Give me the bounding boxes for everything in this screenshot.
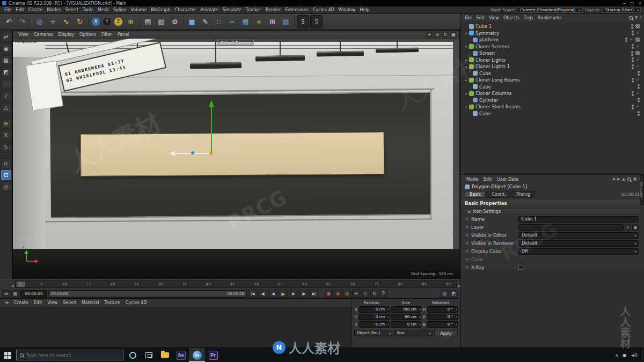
anim-dot-icon[interactable] bbox=[466, 266, 469, 269]
z-axis-lock-button[interactable]: Z bbox=[114, 17, 123, 26]
y-axis-lock-button[interactable]: Y bbox=[103, 17, 112, 26]
gizmo-y-axis[interactable] bbox=[211, 107, 212, 154]
record-position-toggle[interactable]: + bbox=[352, 290, 360, 298]
ceiling-light[interactable] bbox=[255, 55, 305, 62]
menu-modes[interactable]: Modes bbox=[45, 8, 63, 12]
texture-tag-icon[interactable] bbox=[635, 51, 640, 55]
icon-settings-fold[interactable]: ▸ Icon Settings bbox=[464, 208, 641, 215]
live-selection-icon[interactable]: ◎ bbox=[33, 15, 46, 28]
am-menu-mode[interactable]: Mode bbox=[464, 177, 481, 182]
maximize-button[interactable]: □ bbox=[630, 1, 634, 6]
premiere-button[interactable]: Pr bbox=[205, 348, 221, 362]
record-scale-toggle[interactable]: ◇ bbox=[361, 290, 369, 298]
workplane-mode-icon[interactable]: ◩ bbox=[1, 67, 11, 77]
ruler-scroll-left-icon[interactable]: ◀ bbox=[11, 284, 14, 287]
toggle-panels-icon[interactable]: ▦ bbox=[450, 32, 457, 38]
position-y-field[interactable]: 0 cm bbox=[359, 314, 390, 320]
spline-pen-icon[interactable]: ✎ bbox=[199, 15, 211, 28]
timeline-options-icon[interactable]: ▦ bbox=[11, 290, 19, 298]
cortana-button[interactable] bbox=[125, 348, 141, 362]
scale-icon[interactable]: ↔ bbox=[61, 17, 71, 26]
object-row-cube[interactable]: Cube bbox=[460, 84, 644, 91]
vp-menu-options[interactable]: Options bbox=[77, 32, 99, 37]
file-explorer-button[interactable] bbox=[157, 348, 173, 362]
visibility-dots[interactable] bbox=[632, 44, 634, 49]
workplane-icon[interactable]: ⊞ bbox=[266, 15, 279, 28]
record-parameter-toggle[interactable]: P bbox=[379, 290, 387, 298]
mat-menu-select[interactable]: Select bbox=[60, 300, 79, 305]
object-row-cylinder[interactable]: Cylinder bbox=[460, 97, 644, 104]
object-row-cube[interactable]: Cube bbox=[460, 110, 644, 117]
om-menu-objects[interactable]: Objects bbox=[501, 16, 522, 20]
zoom-view-icon[interactable]: ◎ bbox=[434, 32, 441, 38]
tab-coord[interactable]: Coord. bbox=[487, 191, 510, 198]
enabled-check-icon[interactable]: ✓ bbox=[636, 31, 640, 35]
anim-dot-icon[interactable] bbox=[466, 242, 469, 245]
menu-cycles4d[interactable]: Cycles 4D bbox=[311, 8, 336, 12]
coord-size-dropdown[interactable]: Size bbox=[394, 330, 432, 336]
goto-start-button[interactable]: |◀ bbox=[248, 290, 257, 298]
menu-tracker[interactable]: Tracker bbox=[244, 8, 264, 12]
points-mode-icon[interactable]: ∴ bbox=[1, 79, 11, 89]
tab-basic[interactable]: Basic bbox=[465, 191, 486, 198]
object-row-cloner-short-beams[interactable]: ▾ Cloner Short Beams ✓ bbox=[460, 104, 644, 110]
om-menu-view[interactable]: View bbox=[487, 16, 501, 20]
ceiling-light[interactable] bbox=[376, 47, 419, 53]
prev-frame-button[interactable]: ◀ bbox=[268, 290, 277, 298]
convert-object-icon[interactable]: ⇄ bbox=[1, 32, 11, 42]
tray-volume-icon[interactable]: ◄)) bbox=[631, 353, 638, 358]
object-row-cloner-lights-1[interactable]: ▾ Cloner Lights 1 ✓ bbox=[460, 63, 644, 70]
polygons-mode-icon[interactable]: △ bbox=[1, 102, 11, 113]
start-button[interactable] bbox=[0, 348, 15, 362]
om-search-icon[interactable] bbox=[629, 16, 633, 20]
paint-icon[interactable]: ▨ bbox=[280, 15, 292, 28]
size-x-field[interactable]: 700 cm bbox=[391, 306, 421, 313]
menu-file[interactable]: File bbox=[2, 8, 13, 12]
rotation-b-field[interactable]: 0 ° bbox=[427, 321, 458, 328]
mat-menu-icon[interactable]: ☰ bbox=[2, 300, 11, 305]
visibility-dots[interactable] bbox=[632, 91, 634, 96]
texture-mode-icon[interactable]: ▦ bbox=[1, 55, 11, 65]
scene-3d[interactable]: RRCG bbox=[13, 39, 459, 279]
size-z-field[interactable]: 0 cm bbox=[391, 321, 421, 328]
coord-mode-dropdown[interactable]: Object (Rel.) bbox=[354, 330, 392, 336]
menu-simulate[interactable]: Simulate bbox=[221, 8, 244, 12]
record-keyframe-button[interactable]: ● bbox=[325, 290, 333, 298]
viewport-solo-icon[interactable]: ◎ bbox=[1, 182, 11, 192]
anim-dot-icon[interactable] bbox=[466, 234, 469, 237]
visibility-dots[interactable] bbox=[632, 31, 634, 35]
tray-network-icon[interactable]: ▣ bbox=[623, 353, 627, 358]
om-menu-tags[interactable]: Tags bbox=[522, 16, 536, 20]
move-icon[interactable]: + bbox=[47, 15, 59, 28]
apply-button[interactable]: Apply bbox=[434, 330, 458, 336]
object-row-cloner-screens[interactable]: ▾ Cloner Screens ✓ bbox=[460, 43, 644, 50]
cinema4d-taskbar-button[interactable]: C4 bbox=[189, 348, 205, 362]
render-view-icon[interactable]: ▤ bbox=[142, 15, 154, 28]
vp-menu-panel[interactable]: Panel bbox=[115, 32, 132, 37]
simulate-icon[interactable]: ∗ bbox=[253, 15, 265, 28]
minimize-button[interactable]: ─ bbox=[623, 1, 626, 6]
search-input[interactable] bbox=[26, 352, 107, 358]
cycles-icon[interactable]: S bbox=[1, 142, 11, 152]
visibility-dots[interactable] bbox=[638, 111, 640, 116]
menu-help[interactable]: Help bbox=[357, 8, 371, 12]
om-menu-bookmarks[interactable]: Bookmarks bbox=[536, 16, 564, 20]
om-filter-icon[interactable]: ▼ bbox=[635, 16, 638, 20]
texture-tag-icon[interactable] bbox=[635, 38, 640, 42]
expand-arrow-icon[interactable]: ▾ bbox=[464, 105, 469, 109]
material-list-area[interactable] bbox=[0, 307, 352, 348]
rotation-h-field[interactable]: 0 ° bbox=[427, 306, 458, 313]
next-key-button[interactable]: |▶ bbox=[299, 290, 308, 298]
close-button[interactable]: × bbox=[638, 1, 642, 6]
object-row-cube[interactable]: Cube bbox=[460, 70, 644, 77]
enabled-check-icon[interactable]: ✓ bbox=[636, 58, 640, 62]
menu-create[interactable]: Create bbox=[26, 8, 45, 12]
rotation-p-field[interactable]: 0 ° bbox=[427, 314, 458, 320]
object-row-cloner-lights[interactable]: ▸ Cloner Lights ✓ bbox=[460, 57, 644, 64]
object-row-cube1[interactable]: Cube 1 bbox=[460, 23, 644, 30]
anim-dot-icon[interactable] bbox=[466, 250, 469, 253]
redo-icon[interactable]: ↷ bbox=[16, 15, 28, 28]
object-axis-icon[interactable]: ⊕ bbox=[1, 119, 11, 129]
menu-window[interactable]: Window bbox=[336, 8, 358, 12]
menu-character[interactable]: Character bbox=[173, 8, 199, 12]
